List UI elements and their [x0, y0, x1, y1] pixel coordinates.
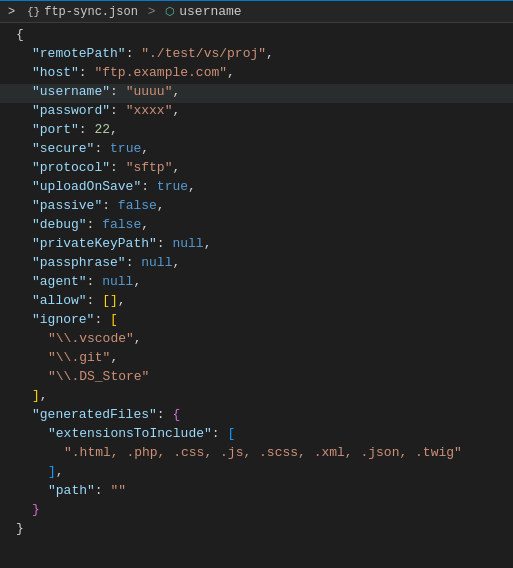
line-path: "path": "": [0, 483, 513, 502]
editor-area: { "remotePath": "./test/vs/proj", "host"…: [0, 23, 513, 544]
line-extensions-close: ],: [0, 464, 513, 483]
line-allow: "allow": [],: [0, 293, 513, 312]
breadcrumb-file[interactable]: ftp-sync.json: [44, 5, 138, 19]
line-debug: "debug": false,: [0, 217, 513, 236]
line-port: "port": 22,: [0, 122, 513, 141]
line-protocol: "protocol": "sftp",: [0, 160, 513, 179]
line-secure: "secure": true,: [0, 141, 513, 160]
line-generatedfiles-close: }: [0, 502, 513, 521]
line-agent: "agent": null,: [0, 274, 513, 293]
line-passphrase: "passphrase": null,: [0, 255, 513, 274]
breadcrumb-sep1: [17, 4, 25, 19]
line-ignore-vscode: "\\.vscode",: [0, 331, 513, 350]
breadcrumb-chevron: >: [8, 5, 15, 19]
line-remotepath: "remotePath": "./test/vs/proj",: [0, 46, 513, 65]
line-1: {: [0, 27, 513, 46]
line-passive: "passive": false,: [0, 198, 513, 217]
line-privatekeypath: "privateKeyPath": null,: [0, 236, 513, 255]
line-host: "host": "ftp.example.com",: [0, 65, 513, 84]
line-ignore-close: ],: [0, 388, 513, 407]
line-ignore-dsstore: "\\.DS_Store": [0, 369, 513, 388]
line-extensions-value: ".html, .php, .css, .js, .scss, .xml, .j…: [0, 445, 513, 464]
line-password: "password": "xxxx",: [0, 103, 513, 122]
breadcrumb-filename: ftp-sync.json: [44, 5, 138, 19]
breadcrumb-sep2: >: [140, 4, 163, 19]
breadcrumb-curly-icon: {}: [27, 6, 40, 18]
line-ignore-git: "\\.git",: [0, 350, 513, 369]
breadcrumb-bar: > {} ftp-sync.json > ⬡ username: [0, 1, 513, 23]
line-ignore-open: "ignore": [: [0, 312, 513, 331]
line-generatedfiles-open: "generatedFiles": {: [0, 407, 513, 426]
line-username: "username": "uuuu",: [0, 84, 513, 103]
breadcrumb-symbol-icon: ⬡: [165, 5, 175, 18]
line-uploadonsave: "uploadOnSave": true,: [0, 179, 513, 198]
breadcrumb-username: username: [179, 4, 241, 19]
line-last: }: [0, 521, 513, 540]
line-extensions-open: "extensionsToInclude": [: [0, 426, 513, 445]
